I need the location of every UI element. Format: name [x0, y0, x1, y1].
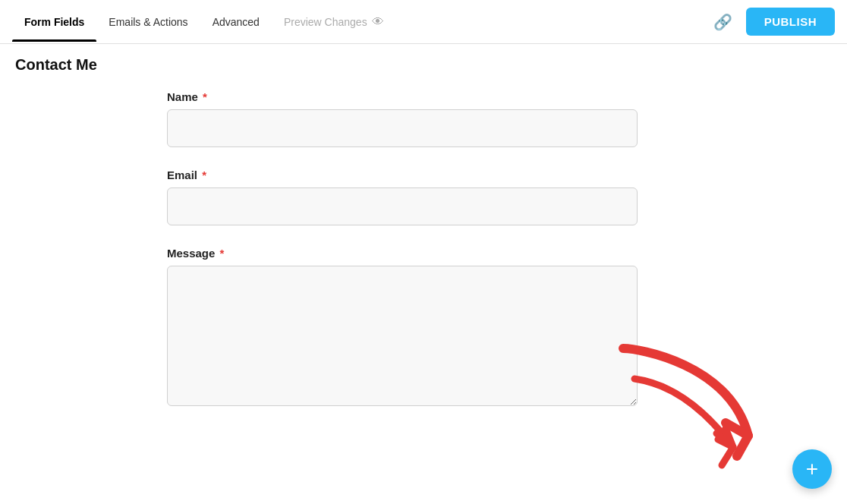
- publish-button[interactable]: PUBLISH: [746, 8, 835, 36]
- tabs-nav: Form Fields Emails & Actions Advanced Pr…: [12, 2, 710, 43]
- form-group-name: Name *: [167, 90, 668, 147]
- page-title: Contact Me: [0, 44, 847, 83]
- tab-advanced[interactable]: Advanced: [200, 2, 272, 42]
- tab-preview-changes[interactable]: Preview Changes 👁: [272, 2, 396, 43]
- link-button[interactable]: 🔗: [710, 8, 737, 36]
- tab-form-fields[interactable]: Form Fields: [12, 2, 96, 42]
- email-input[interactable]: [167, 187, 638, 225]
- message-textarea[interactable]: [167, 266, 638, 406]
- message-required-star: *: [216, 247, 224, 260]
- form-group-email: Email *: [167, 169, 668, 225]
- form-area: Name * Email * Message *: [0, 83, 683, 446]
- email-required-star: *: [199, 169, 206, 181]
- tab-emails-actions[interactable]: Emails & Actions: [96, 2, 200, 42]
- form-group-message: Message *: [167, 247, 668, 409]
- name-label: Name *: [167, 90, 668, 103]
- eye-icon: 👁: [372, 15, 384, 29]
- name-required-star: *: [200, 90, 207, 103]
- add-field-fab-button[interactable]: +: [792, 449, 832, 489]
- link-icon: 🔗: [713, 13, 732, 31]
- message-label: Message *: [167, 247, 668, 260]
- header: Form Fields Emails & Actions Advanced Pr…: [0, 0, 847, 44]
- name-input[interactable]: [167, 109, 638, 147]
- email-label: Email *: [167, 169, 668, 181]
- header-actions: 🔗 PUBLISH: [710, 8, 835, 36]
